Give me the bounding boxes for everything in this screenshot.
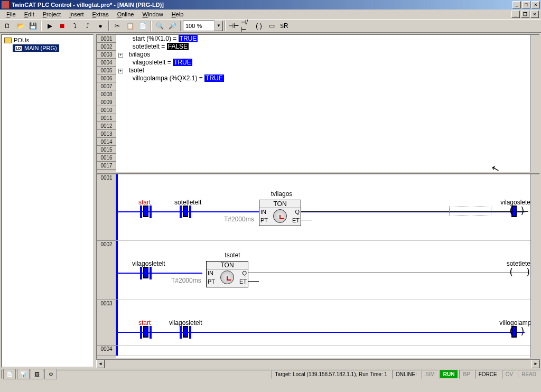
status-run: RUN: [440, 370, 459, 379]
variable-panel[interactable]: 000100020003 000400050006 000700080009 0…: [96, 34, 540, 173]
status-target: Target: Local (139.158.57.182.1.1), Run …: [272, 370, 391, 379]
value-start: TRUE: [179, 35, 198, 42]
value-vilagosletelt: TRUE: [173, 59, 192, 66]
step-button[interactable]: ⤵: [69, 20, 81, 32]
menu-online[interactable]: Online: [113, 10, 138, 18]
dotted-coil: [449, 207, 491, 216]
timer-icon: [273, 209, 287, 223]
window-title: TwinCAT PLC Control - villogtat.pro* - […: [12, 2, 512, 8]
contact-no-button[interactable]: ⊣⊢: [228, 20, 239, 32]
rung-2[interactable]: vilagosletelt tsotet TON IN Q PT ET: [116, 241, 539, 300]
titlebar: TwinCAT PLC Control - villogtat.pro* - […: [0, 0, 541, 10]
coil-button[interactable]: ( ): [253, 20, 265, 32]
rung-1[interactable]: start sotetletelt tvilagos: [116, 174, 539, 241]
menu-insert[interactable]: Insert: [65, 10, 88, 18]
variable-content[interactable]: start (%IX1.0) = TRUE sotetletelt = FALS…: [116, 35, 539, 172]
menu-project[interactable]: Project: [39, 10, 65, 18]
label-tvilagos: tvilagos: [266, 190, 297, 198]
vertical-scrollbar[interactable]: [530, 35, 539, 172]
line-gutter: 000100020003 000400050006 000700080009 0…: [97, 35, 116, 172]
label-start-3: start: [138, 319, 151, 326]
find-button[interactable]: 🔍: [154, 20, 165, 32]
label-t2000-1: T#2000ms: [224, 216, 254, 223]
mdi-close-button[interactable]: ×: [530, 11, 539, 18]
label-t2000-2: T#2000ms: [171, 277, 201, 284]
label-sotetletelt: sotetletelt: [174, 199, 201, 206]
rung-3[interactable]: start vilagosletelt villogolampa ( ): [116, 300, 539, 346]
status-bp: BP: [459, 370, 473, 379]
menu-file[interactable]: File: [2, 10, 20, 18]
zoom-combo[interactable]: 100 %: [183, 21, 214, 31]
label-start: start: [138, 199, 151, 206]
menu-extras[interactable]: Extras: [88, 10, 113, 18]
value-villogolampa: TRUE: [204, 74, 224, 82]
tree-item-label: MAIN (PRG): [24, 45, 57, 51]
horizontal-scrollbar[interactable]: ◄ ►: [96, 359, 540, 368]
label-tsotet: tsotet: [217, 251, 248, 259]
project-tree[interactable]: POUs LD MAIN (PRG) 📄 📊 🖼 ⚙: [1, 34, 94, 368]
tab-visualizations[interactable]: 🖼: [31, 369, 43, 379]
ladder-content[interactable]: start sotetletelt tvilagos: [116, 174, 539, 358]
menubar: File Edit Project Insert Extras Online W…: [0, 10, 541, 19]
new-button[interactable]: 🗋: [2, 20, 13, 32]
copy-button[interactable]: 📋: [124, 20, 136, 32]
pou-icon: LD: [15, 45, 22, 51]
scroll-left-button[interactable]: ◄: [96, 360, 105, 368]
tree-root-label: POUs: [14, 37, 29, 43]
ladder-vscroll[interactable]: [530, 174, 539, 358]
toolbar: 🗋 📂 💾 ▶ ⏹ ⤵ ⤴ ● ✂ 📋 📄 🔍 🔎 100 % ▼ ⊣⊢ ⊣/⊢…: [0, 19, 541, 33]
folder-icon: [4, 38, 12, 43]
menu-window[interactable]: Window: [138, 10, 167, 18]
contact-nc-button[interactable]: ⊣/⊢: [240, 20, 252, 32]
mdi-minimize-button[interactable]: _: [511, 11, 520, 18]
sr-button[interactable]: SR: [278, 20, 290, 32]
statusbar: Target: Local (139.158.57.182.1.1), Run …: [0, 369, 541, 379]
status-force: FORCE: [475, 370, 501, 379]
label-vilagosletelt-in: vilagosletelt: [132, 260, 165, 267]
close-button[interactable]: ×: [531, 1, 540, 8]
value-sotetletelt: FALSE: [167, 43, 189, 50]
tree-item-main[interactable]: LD MAIN (PRG): [13, 44, 59, 52]
fb-button[interactable]: ▭: [266, 20, 277, 32]
expand-tvilagos[interactable]: +: [118, 53, 123, 58]
rung-4[interactable]: [116, 346, 539, 356]
zoom-dropdown-button[interactable]: ▼: [214, 21, 223, 31]
find-next-button[interactable]: 🔎: [166, 20, 178, 32]
minimize-button[interactable]: _: [512, 1, 521, 8]
maximize-button[interactable]: □: [522, 1, 530, 8]
cursor-icon: ↖: [490, 162, 500, 172]
paste-button[interactable]: 📄: [137, 20, 148, 32]
tab-datatypes[interactable]: 📊: [17, 369, 30, 379]
tab-pous[interactable]: 📄: [3, 369, 16, 379]
cut-button[interactable]: ✂: [111, 20, 123, 32]
status-sim: SIM: [422, 370, 439, 379]
open-button[interactable]: 📂: [14, 20, 26, 32]
status-read: READ: [518, 370, 540, 379]
breakpoint-button[interactable]: ●: [95, 20, 106, 32]
tab-resources[interactable]: ⚙: [44, 369, 57, 379]
step-over-button[interactable]: ⤴: [82, 20, 94, 32]
stop-button[interactable]: ⏹: [57, 20, 68, 32]
label-vilagosletelt-3: vilagosletelt: [169, 319, 202, 326]
scroll-right-button[interactable]: ►: [531, 360, 540, 368]
status-online: ONLINE:: [392, 370, 421, 379]
menu-help[interactable]: Help: [167, 10, 188, 18]
tree-folder-pous[interactable]: POUs: [4, 37, 91, 43]
coil-sotetletelt[interactable]: ( ): [508, 266, 531, 277]
save-button[interactable]: 💾: [27, 20, 39, 32]
rung-gutter: 0001 0002 0003 0004: [97, 174, 116, 358]
mdi-restore-button[interactable]: ❐: [521, 11, 529, 18]
timer-icon: [220, 270, 234, 284]
app-icon: [1, 1, 10, 9]
menu-edit[interactable]: Edit: [20, 10, 39, 18]
run-button[interactable]: ▶: [44, 20, 55, 32]
status-ov: OV: [502, 370, 517, 379]
expand-tsotet[interactable]: +: [118, 69, 123, 73]
ladder-panel[interactable]: 0001 0002 0003 0004 start: [96, 173, 540, 359]
fb-tvilagos[interactable]: TON IN Q PT ET: [259, 200, 301, 226]
fb-tsotet[interactable]: TON IN Q PT ET: [206, 261, 248, 287]
